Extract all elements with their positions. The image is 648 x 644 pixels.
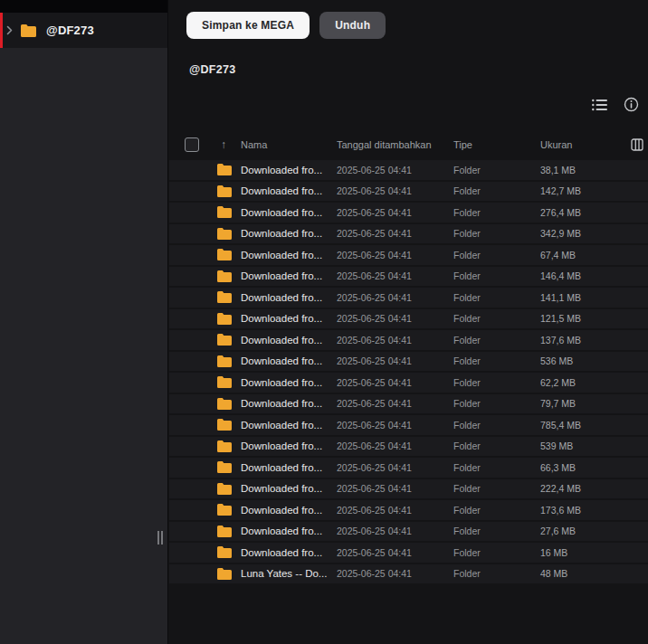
file-size: 141,1 MB bbox=[540, 292, 612, 303]
column-header-type[interactable]: Tipe bbox=[453, 139, 540, 150]
file-size: 16 MB bbox=[540, 547, 612, 558]
table-row[interactable]: Downloaded fro... 2025-06-25 04:41 Folde… bbox=[169, 224, 648, 246]
file-size: 48 MB bbox=[540, 568, 612, 579]
folder-icon bbox=[217, 483, 232, 495]
table-row[interactable]: Downloaded fro... 2025-06-25 04:41 Folde… bbox=[169, 415, 648, 437]
table-row[interactable]: Downloaded fro... 2025-06-25 04:41 Folde… bbox=[169, 309, 648, 331]
file-type: Folder bbox=[453, 355, 540, 366]
table-row[interactable]: Downloaded fro... 2025-06-25 04:41 Folde… bbox=[169, 522, 648, 544]
save-to-mega-button[interactable]: Simpan ke MEGA bbox=[186, 12, 310, 39]
file-date: 2025-06-25 04:41 bbox=[337, 355, 453, 366]
file-type: Folder bbox=[453, 335, 540, 346]
file-type: Folder bbox=[453, 505, 540, 516]
table-header: ↑ Nama Tanggal ditambahkan Tipe Ukuran bbox=[169, 128, 648, 160]
table-row[interactable]: Downloaded fro... 2025-06-25 04:41 Folde… bbox=[169, 437, 648, 459]
sidebar: @DF273 bbox=[0, 0, 168, 644]
table-row[interactable]: Downloaded fro... 2025-06-25 04:41 Folde… bbox=[169, 373, 648, 394]
file-date: 2025-06-25 04:41 bbox=[337, 462, 453, 473]
table-row[interactable]: Downloaded fro... 2025-06-25 04:41 Folde… bbox=[169, 267, 648, 289]
file-size: 27,6 MB bbox=[540, 526, 612, 536]
file-size: 539 MB bbox=[540, 440, 612, 451]
table-row[interactable]: Downloaded fro... 2025-06-25 04:41 Folde… bbox=[169, 352, 648, 374]
file-size: 66,3 MB bbox=[540, 462, 612, 473]
folder-icon bbox=[217, 270, 232, 282]
table-row[interactable]: Downloaded fro... 2025-06-25 04:41 Folde… bbox=[169, 394, 648, 416]
table-row[interactable]: Downloaded fro... 2025-06-25 04:41 Folde… bbox=[169, 160, 648, 182]
list-view-icon[interactable] bbox=[592, 99, 607, 111]
file-name: Downloaded fro... bbox=[241, 355, 337, 366]
file-type: Folder bbox=[453, 165, 540, 175]
table-row[interactable]: Downloaded fro... 2025-06-25 04:41 Folde… bbox=[169, 458, 648, 479]
folder-icon bbox=[217, 376, 232, 388]
file-date: 2025-06-25 04:41 bbox=[337, 377, 453, 388]
file-type: Folder bbox=[453, 526, 540, 536]
file-size: 276,4 MB bbox=[540, 207, 612, 218]
table-row[interactable]: Downloaded fro... 2025-06-25 04:41 Folde… bbox=[169, 245, 648, 267]
file-date: 2025-06-25 04:41 bbox=[337, 483, 453, 494]
file-name: Downloaded fro... bbox=[241, 440, 337, 451]
table-row[interactable]: Downloaded fro... 2025-06-25 04:41 Folde… bbox=[169, 500, 648, 522]
file-type: Folder bbox=[453, 398, 540, 409]
download-button[interactable]: Unduh bbox=[319, 12, 386, 39]
folder-icon bbox=[217, 228, 232, 240]
file-size: 142,7 MB bbox=[540, 185, 612, 196]
folder-icon bbox=[217, 185, 232, 197]
view-controls bbox=[169, 97, 648, 112]
table-row[interactable]: Downloaded fro... 2025-06-25 04:41 Folde… bbox=[169, 543, 648, 564]
file-size: 173,6 MB bbox=[540, 505, 612, 516]
file-name: Luna Yates -- Do... bbox=[241, 568, 337, 579]
file-size: 38,1 MB bbox=[540, 165, 612, 175]
sidebar-item-label: @DF273 bbox=[46, 24, 94, 37]
file-name: Downloaded fro... bbox=[241, 207, 337, 218]
file-name: Downloaded fro... bbox=[241, 505, 337, 516]
table-row[interactable]: Luna Yates -- Do... 2025-06-25 04:41 Fol… bbox=[169, 564, 648, 586]
sidebar-top-strip bbox=[0, 0, 167, 13]
column-header-name[interactable]: Nama bbox=[241, 139, 337, 150]
file-date: 2025-06-25 04:41 bbox=[337, 292, 453, 303]
sidebar-resize-handle[interactable] bbox=[157, 531, 165, 545]
file-name: Downloaded fro... bbox=[241, 483, 337, 494]
table-row[interactable]: Downloaded fro... 2025-06-25 04:41 Folde… bbox=[169, 479, 648, 501]
file-type: Folder bbox=[453, 207, 540, 218]
file-type: Folder bbox=[453, 440, 540, 451]
table-row[interactable]: Downloaded fro... 2025-06-25 04:41 Folde… bbox=[169, 330, 648, 352]
file-size: 137,6 MB bbox=[540, 335, 612, 346]
file-name: Downloaded fro... bbox=[241, 462, 337, 473]
table-row[interactable]: Downloaded fro... 2025-06-25 04:41 Folde… bbox=[169, 288, 648, 309]
info-circle-icon[interactable] bbox=[624, 97, 639, 112]
column-header-size[interactable]: Ukuran bbox=[540, 139, 612, 150]
file-date: 2025-06-25 04:41 bbox=[337, 165, 453, 175]
selected-accent-bar bbox=[0, 13, 3, 48]
file-date: 2025-06-25 04:41 bbox=[337, 505, 453, 516]
folder-icon bbox=[21, 24, 36, 37]
file-type: Folder bbox=[453, 462, 540, 473]
main-panel: Simpan ke MEGA Unduh @DF273 ↑ bbox=[169, 0, 648, 644]
sidebar-item-df273[interactable]: @DF273 bbox=[0, 13, 167, 48]
file-date: 2025-06-25 04:41 bbox=[337, 547, 453, 558]
file-type: Folder bbox=[453, 483, 540, 494]
file-date: 2025-06-25 04:41 bbox=[337, 420, 453, 431]
file-date: 2025-06-25 04:41 bbox=[337, 270, 453, 281]
folder-icon bbox=[217, 313, 232, 325]
folder-icon bbox=[217, 291, 232, 303]
file-type: Folder bbox=[453, 185, 540, 196]
folder-icon bbox=[217, 440, 232, 452]
file-name: Downloaded fro... bbox=[241, 313, 337, 324]
page-title: @DF273 bbox=[189, 63, 648, 76]
columns-icon[interactable] bbox=[631, 138, 643, 151]
file-name: Downloaded fro... bbox=[241, 185, 337, 196]
folder-icon bbox=[217, 419, 232, 431]
file-type: Folder bbox=[453, 228, 540, 239]
file-name: Downloaded fro... bbox=[241, 377, 337, 388]
file-name: Downloaded fro... bbox=[241, 250, 337, 260]
column-header-date[interactable]: Tanggal ditambahkan bbox=[337, 139, 453, 150]
file-date: 2025-06-25 04:41 bbox=[337, 398, 453, 409]
select-all-checkbox[interactable] bbox=[185, 137, 199, 152]
file-size: 79,7 MB bbox=[540, 398, 612, 409]
file-size: 785,4 MB bbox=[540, 420, 612, 431]
folder-icon bbox=[217, 461, 232, 473]
table-row[interactable]: Downloaded fro... 2025-06-25 04:41 Folde… bbox=[169, 203, 648, 224]
chevron-right-icon[interactable] bbox=[6, 25, 13, 35]
table-row[interactable]: Downloaded fro... 2025-06-25 04:41 Folde… bbox=[169, 182, 648, 204]
sort-ascending-icon[interactable]: ↑ bbox=[221, 138, 226, 151]
